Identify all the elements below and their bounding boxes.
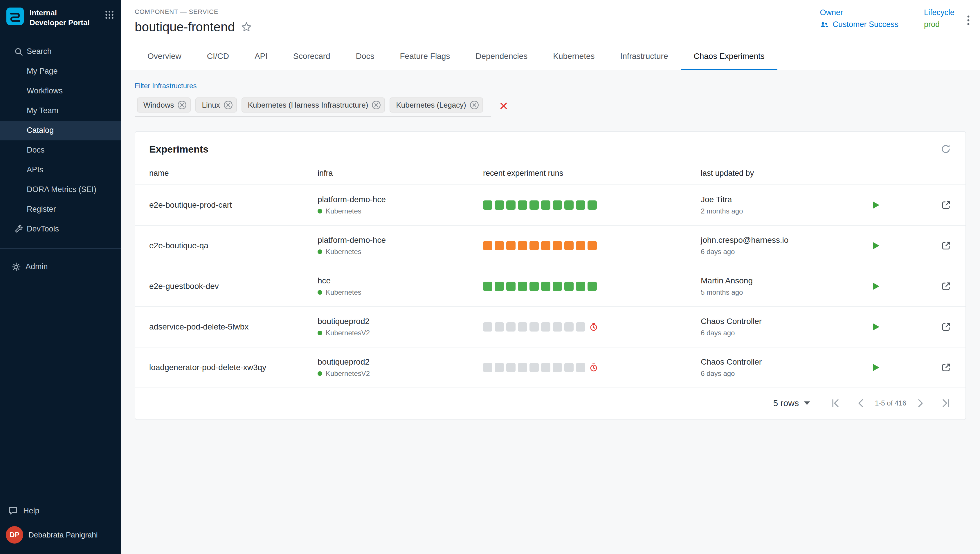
filter-chip-field[interactable]: WindowsLinuxKubernetes (Harness Infrastr… bbox=[135, 95, 491, 117]
next-page-icon[interactable] bbox=[915, 397, 926, 409]
main-area: COMPONENT — SERVICE boutique-frontend Ow… bbox=[121, 0, 980, 554]
sidebar-item-devtools[interactable]: DevTools bbox=[0, 219, 121, 239]
infra-type: Kubernetes bbox=[318, 288, 483, 296]
tab-scorecard[interactable]: Scorecard bbox=[281, 43, 343, 70]
apps-grid-icon[interactable] bbox=[105, 7, 114, 21]
run-status-square bbox=[506, 282, 516, 291]
tab-ci-cd[interactable]: CI/CD bbox=[194, 43, 242, 70]
entity-tabs: OverviewCI/CDAPIScorecardDocsFeature Fla… bbox=[121, 43, 980, 70]
run-status-square bbox=[506, 201, 516, 210]
infra-name: boutiqueprod2 bbox=[318, 317, 483, 326]
run-status-square bbox=[564, 201, 574, 210]
table-row: e2e-boutique-prod-cartplatform-demo-hceK… bbox=[135, 185, 966, 226]
run-status-square bbox=[518, 241, 527, 250]
column-header-infra: infra bbox=[318, 169, 483, 178]
help-button[interactable]: Help bbox=[0, 500, 121, 522]
pagination: 5 rows 1-5 of 416 bbox=[135, 388, 966, 419]
tab-feature-flags[interactable]: Feature Flags bbox=[387, 43, 463, 70]
previous-page-icon[interactable] bbox=[855, 397, 867, 409]
tab-infrastructure[interactable]: Infrastructure bbox=[608, 43, 681, 70]
tab-chaos-experiments[interactable]: Chaos Experiments bbox=[681, 43, 777, 70]
run-status-square bbox=[553, 322, 562, 331]
recent-runs bbox=[483, 241, 701, 250]
status-dot bbox=[318, 209, 322, 213]
filter-chip-kubernetes-legacy: Kubernetes (Legacy) bbox=[389, 97, 483, 113]
run-status-square bbox=[483, 322, 492, 331]
run-experiment-icon[interactable] bbox=[870, 362, 881, 373]
favorite-star-icon[interactable] bbox=[241, 21, 252, 33]
sidebar-item-search[interactable]: Search bbox=[0, 42, 121, 62]
open-in-new-icon[interactable] bbox=[940, 322, 951, 333]
recent-runs bbox=[483, 201, 701, 210]
run-experiment-icon[interactable] bbox=[870, 240, 881, 251]
open-in-new-icon[interactable] bbox=[940, 281, 951, 292]
run-status-square bbox=[506, 322, 516, 331]
run-status-square bbox=[506, 363, 516, 372]
row-actions bbox=[865, 199, 951, 210]
tab-overview[interactable]: Overview bbox=[135, 43, 194, 70]
sidebar-item-docs[interactable]: Docs bbox=[0, 140, 121, 160]
updated-ago: 6 days ago bbox=[701, 369, 865, 378]
sidebar-item-catalog[interactable]: Catalog bbox=[0, 121, 121, 140]
search-icon bbox=[14, 47, 23, 56]
more-options-icon[interactable] bbox=[965, 13, 972, 30]
chip-remove-icon[interactable] bbox=[470, 100, 479, 110]
sidebar-item-label: Workflows bbox=[27, 86, 63, 96]
filter-infrastructures-link[interactable]: Filter Infrastructures bbox=[135, 82, 196, 90]
run-status-square bbox=[541, 282, 551, 291]
run-status-square bbox=[530, 363, 539, 372]
sidebar-item-workflows[interactable]: Workflows bbox=[0, 81, 121, 101]
chip-remove-icon[interactable] bbox=[177, 100, 187, 110]
last-page-icon[interactable] bbox=[940, 397, 951, 409]
run-experiment-icon[interactable] bbox=[870, 200, 881, 210]
run-status-square bbox=[518, 201, 527, 210]
open-in-new-icon[interactable] bbox=[940, 199, 951, 210]
tab-api[interactable]: API bbox=[242, 43, 281, 70]
chip-remove-icon[interactable] bbox=[372, 100, 381, 110]
run-status-square bbox=[483, 363, 492, 372]
updated-ago: 2 months ago bbox=[701, 207, 865, 215]
tab-docs[interactable]: Docs bbox=[343, 43, 387, 70]
refresh-icon[interactable] bbox=[940, 143, 951, 155]
sidebar-item-my-page[interactable]: My Page bbox=[0, 62, 121, 81]
harness-logo-icon[interactable] bbox=[6, 7, 24, 25]
chip-remove-icon[interactable] bbox=[223, 100, 233, 110]
entity-meta: Owner Customer Success Lifecycle prod bbox=[820, 8, 954, 29]
rows-per-page-select[interactable]: 5 rows bbox=[773, 398, 810, 408]
run-experiment-icon[interactable] bbox=[870, 322, 881, 332]
run-status-square bbox=[541, 363, 551, 372]
updated-by: Chaos Controller bbox=[701, 357, 865, 367]
sidebar-item-register[interactable]: Register bbox=[0, 199, 121, 219]
sidebar-item-admin[interactable]: Admin bbox=[0, 257, 121, 277]
open-in-new-icon[interactable] bbox=[940, 362, 951, 373]
clear-filters-icon[interactable] bbox=[499, 102, 508, 110]
tab-kubernetes[interactable]: Kubernetes bbox=[540, 43, 607, 70]
sidebar-item-dora-metrics-sei[interactable]: DORA Metrics (SEI) bbox=[0, 180, 121, 199]
portal-title: Internal Developer Portal bbox=[30, 7, 90, 28]
lifecycle-label: Lifecycle bbox=[924, 8, 954, 17]
sidebar-item-my-team[interactable]: My Team bbox=[0, 101, 121, 121]
first-page-icon[interactable] bbox=[830, 397, 841, 409]
run-status-square bbox=[587, 201, 597, 210]
tab-content: Filter Infrastructures WindowsLinuxKuber… bbox=[121, 70, 980, 554]
run-status-square bbox=[564, 282, 574, 291]
status-dot bbox=[318, 371, 322, 376]
infra-cell: platform-demo-hceKubernetes bbox=[318, 236, 483, 256]
run-status-square bbox=[530, 322, 539, 331]
infra-type: Kubernetes bbox=[318, 207, 483, 215]
sidebar-footer: Help DP Debabrata Panigrahi bbox=[0, 500, 121, 554]
run-status-square bbox=[483, 201, 492, 210]
chip-label: Kubernetes (Legacy) bbox=[396, 101, 466, 110]
run-status-square bbox=[495, 241, 504, 250]
row-actions bbox=[865, 281, 951, 292]
people-icon bbox=[820, 21, 829, 28]
infra-type-label: KubernetesV2 bbox=[326, 329, 370, 337]
owner-value[interactable]: Customer Success bbox=[820, 20, 899, 29]
open-in-new-icon[interactable] bbox=[940, 240, 951, 251]
updated-cell: john.crespo@harness.io6 days ago bbox=[701, 236, 865, 256]
sidebar-item-apis[interactable]: APIs bbox=[0, 160, 121, 180]
app-root: Internal Developer Portal SearchMy PageW… bbox=[0, 0, 980, 554]
tab-dependencies[interactable]: Dependencies bbox=[463, 43, 540, 70]
user-profile[interactable]: DP Debabrata Panigrahi bbox=[0, 522, 121, 549]
run-experiment-icon[interactable] bbox=[870, 281, 881, 291]
